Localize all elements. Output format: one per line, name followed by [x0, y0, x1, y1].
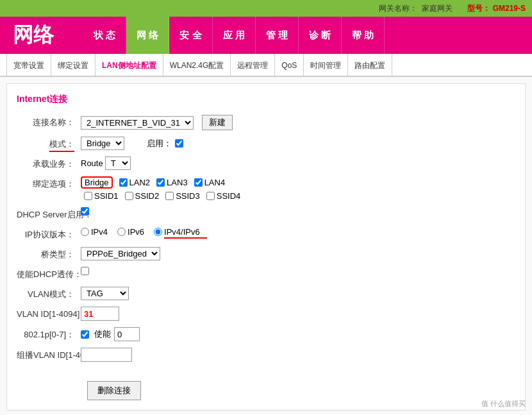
gateway-label: 网关名称： [379, 4, 417, 13]
new-button[interactable]: 新建 [202, 115, 233, 130]
nav-manage[interactable]: 管 理 [256, 17, 299, 54]
vlan-id-label: VLAN ID[1-4094]： [17, 307, 81, 320]
ssid2-checkbox-item: SSID2 [125, 191, 160, 201]
ssid1-checkbox-item: SSID1 [84, 191, 119, 201]
multicast-vlan-label: 组播VLAN ID[1-4094]： [17, 348, 81, 361]
nav-network[interactable]: 网 络 [126, 17, 169, 54]
content-area: Internet连接 连接名称： 2_INTERNET_B_VID_31 新建 … [0, 77, 532, 415]
gateway-name: 家庭网关 [422, 4, 453, 13]
ssid4-checkbox-item: SSID4 [206, 191, 241, 201]
enable-label: 启用： [147, 138, 172, 149]
lan2-checkbox-item: LAN2 [119, 178, 151, 187]
bridge-highlight: Bridge [81, 176, 113, 189]
model-label: 型号： GM219-S [467, 4, 526, 13]
delete-area: 删除连接 [17, 375, 515, 400]
dhcp-relay-checkbox[interactable] [81, 267, 89, 275]
lan2-checkbox[interactable] [119, 178, 128, 187]
vlan-id-control [81, 307, 119, 321]
dhcp-server-checkbox[interactable] [81, 207, 89, 216]
dot1p-label: 802.1p[0-7]： [17, 327, 81, 341]
main-nav: 状 态 网 络 安 全 应 用 管 理 诊 断 帮 助 [83, 17, 385, 54]
watermark: 值 什么值得买 [481, 399, 526, 409]
ipv4-radio[interactable] [81, 228, 89, 236]
ipv6-radio-item: IPv6 [117, 227, 144, 237]
dhcp-server-label: DHCP Server启用： [17, 207, 81, 221]
bind-options-row: 绑定选项： Bridge LAN2 LAN3 [17, 176, 515, 201]
header: 网络 状 态 网 络 安 全 应 用 管 理 诊 断 帮 助 [0, 17, 532, 54]
connection-name-select[interactable]: 2_INTERNET_B_VID_31 [81, 116, 194, 130]
subnav-lan[interactable]: LAN侧地址配置 [96, 54, 163, 77]
dot1p-control: 使能 [81, 327, 140, 341]
vlan-id-row: VLAN ID[1-4094]： [17, 307, 515, 321]
bind-label: 绑定选项： [17, 176, 81, 190]
ip-version-label: IP协议版本： [17, 227, 81, 241]
ipv4v6-radio-item: IPv4/IPv6 [154, 227, 200, 237]
top-bar: 网关名称： 家庭网关 型号： GM219-S [0, 0, 532, 17]
bridge-type-row: 桥类型： PPPoE_Bridged Other [17, 247, 515, 260]
vlan-mode-select[interactable]: TAG UNTAG [81, 287, 129, 300]
carrier-label: 承载业务： [17, 157, 81, 170]
lan3-checkbox[interactable] [156, 178, 165, 187]
content-inner: Internet连接 连接名称： 2_INTERNET_B_VID_31 新建 … [6, 83, 526, 411]
ssid3-checkbox-item: SSID3 [165, 191, 200, 201]
connection-name-control: 2_INTERNET_B_VID_31 新建 [81, 115, 233, 130]
enable-checkbox[interactable] [175, 139, 183, 148]
ipv4v6-radio[interactable] [154, 228, 162, 236]
ip-version-row: IP协议版本： IPv4 IPv6 IPv4/IPv6 [17, 227, 515, 241]
ssid4-checkbox[interactable] [206, 192, 215, 200]
dhcp-relay-row: 使能DHCP透传： [17, 267, 515, 280]
carrier-select[interactable]: T [105, 157, 131, 170]
vlan-id-input[interactable] [81, 307, 119, 321]
vlan-mode-control: TAG UNTAG [81, 287, 129, 300]
logo: 网络 [0, 21, 83, 49]
delete-button[interactable]: 删除连接 [87, 381, 141, 400]
subnav-wlan[interactable]: WLAN2.4G配置 [163, 54, 231, 77]
lan4-checkbox-item: LAN4 [194, 178, 226, 187]
dot1p-enable-label: 使能 [94, 328, 111, 340]
carrier-control: Route T [81, 157, 131, 170]
nav-help[interactable]: 帮 助 [342, 17, 385, 54]
carrier-row: 承载业务： Route T [17, 157, 515, 170]
dhcp-relay-label: 使能DHCP透传： [17, 267, 81, 280]
mode-select[interactable]: Bridge Route [81, 137, 124, 150]
lan3-checkbox-item: LAN3 [156, 178, 188, 187]
section-title: Internet连接 [17, 94, 515, 105]
bridge-type-label: 桥类型： [17, 247, 81, 260]
ssid2-checkbox[interactable] [125, 192, 133, 200]
connection-name-row: 连接名称： 2_INTERNET_B_VID_31 新建 [17, 115, 515, 130]
subnav-qos[interactable]: QoS [275, 54, 304, 77]
mode-row: 模式： Bridge Route 启用： [17, 137, 515, 150]
dot1p-enable-checkbox[interactable] [81, 330, 89, 339]
subnav-broadband[interactable]: 宽带设置 [6, 54, 51, 77]
vlan-mode-row: VLAN模式： TAG UNTAG [17, 287, 515, 300]
subnav-time[interactable]: 时间管理 [304, 54, 348, 77]
ip-version-radio-group: IPv4 IPv6 IPv4/IPv6 [81, 227, 200, 237]
nav-diag[interactable]: 诊 断 [299, 17, 342, 54]
subnav-remote[interactable]: 远程管理 [231, 54, 275, 77]
dhcp-server-control [81, 207, 91, 216]
subnav-route[interactable]: 路由配置 [348, 54, 392, 77]
ipv6-radio[interactable] [117, 228, 126, 236]
dhcp-relay-control [81, 267, 91, 275]
top-bar-info: 网关名称： 家庭网关 型号： GM219-S [379, 3, 526, 14]
ip-version-control: IPv4 IPv6 IPv4/IPv6 [81, 227, 200, 237]
ssid3-checkbox[interactable] [165, 192, 174, 200]
nav-app[interactable]: 应 用 [213, 17, 256, 54]
dot1p-value-input[interactable] [114, 327, 140, 341]
sub-nav: 宽带设置 绑定设置 LAN侧地址配置 WLAN2.4G配置 远程管理 QoS 时… [0, 54, 532, 77]
bridge-type-select[interactable]: PPPoE_Bridged Other [81, 247, 160, 260]
dot1p-row: 802.1p[0-7]： 使能 [17, 327, 515, 341]
nav-status[interactable]: 状 态 [83, 17, 126, 54]
nav-security[interactable]: 安 全 [169, 17, 212, 54]
subnav-bind[interactable]: 绑定设置 [51, 54, 96, 77]
lan4-checkbox[interactable] [194, 178, 203, 187]
multicast-vlan-row: 组播VLAN ID[1-4094]： [17, 348, 515, 362]
bridge-type-control: PPPoE_Bridged Other [81, 247, 160, 260]
bind-control: Bridge LAN2 LAN3 LAN4 [81, 176, 240, 201]
ipv4-radio-item: IPv4 [81, 227, 108, 237]
multicast-vlan-input[interactable] [81, 348, 132, 362]
mode-control: Bridge Route 启用： [81, 137, 185, 150]
dhcp-server-row: DHCP Server启用： [17, 207, 515, 221]
mode-label: 模式： [17, 137, 81, 150]
ssid1-checkbox[interactable] [84, 192, 92, 200]
